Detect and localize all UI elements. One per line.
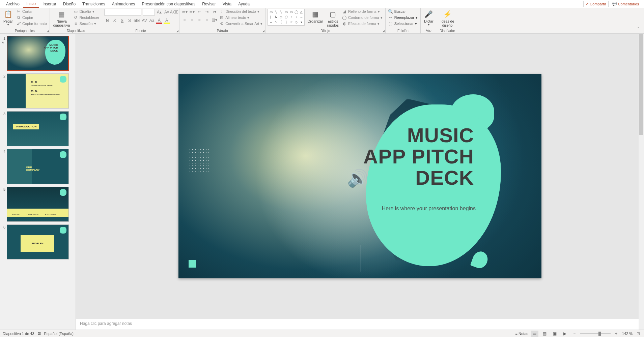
arrange-button[interactable]: ▦Organizar: [306, 9, 324, 24]
zoom-level[interactable]: 142 %: [622, 332, 633, 336]
shape-icon[interactable]: ▭: [269, 10, 273, 14]
slide-thumbnail-3[interactable]: INTRODUCTION: [7, 111, 69, 146]
slide-thumbnail-2[interactable]: 01 02PROBLEM & SOLUTION PRODUCT03 04MARK…: [7, 73, 69, 109]
italic-button[interactable]: K: [112, 18, 118, 24]
shape-icon[interactable]: ◯: [294, 10, 299, 14]
increase-font-icon[interactable]: A▴: [156, 9, 162, 15]
reset-button[interactable]: ↺Restablecer: [73, 15, 100, 20]
align-justify-button[interactable]: ≡: [204, 17, 210, 23]
numbering-button[interactable]: ≣▾: [189, 9, 195, 15]
strike-button[interactable]: abc: [134, 18, 140, 24]
align-center-button[interactable]: ≡: [189, 17, 195, 23]
shape-icon[interactable]: ╲: [274, 10, 278, 14]
slide-canvas[interactable]: MUSICAPP PITCHDECK Here is where your pr…: [178, 74, 541, 278]
normal-view-button[interactable]: ▭: [531, 331, 538, 337]
shape-icon[interactable]: ↳: [274, 15, 278, 20]
font-size-combo[interactable]: [143, 9, 155, 16]
align-left-button[interactable]: ≡: [181, 17, 188, 23]
shape-icon[interactable]: ╲: [279, 10, 283, 14]
slide-canvas-area[interactable]: MUSICAPP PITCHDECK Here is where your pr…: [76, 34, 644, 319]
reading-view-button[interactable]: ▣: [551, 331, 559, 337]
shape-icon[interactable]: ▭: [289, 10, 293, 14]
zoom-slider[interactable]: [580, 333, 611, 334]
bullets-button[interactable]: ≔▾: [181, 9, 188, 15]
design-ideas-button[interactable]: ⚡Ideas de diseño: [439, 9, 455, 28]
section-button[interactable]: ≡Sección ▾: [73, 21, 100, 26]
case-button[interactable]: Aa: [149, 18, 155, 24]
language-indicator[interactable]: Español (España): [44, 332, 74, 336]
launcher-icon[interactable]: ◢: [176, 29, 178, 33]
slide-title[interactable]: MUSICAPP PITCHDECK: [363, 125, 474, 188]
tab-animaciones[interactable]: Animaciones: [109, 1, 139, 7]
copy-button[interactable]: ⧉Copiar: [16, 15, 48, 20]
notes-pane[interactable]: Haga clic para agregar notas: [76, 319, 644, 330]
thumbnail-panel[interactable]: 1★ MUSICAPP PITCHDECK 2 01 02PROBLEM & S…: [0, 34, 76, 330]
shape-icon[interactable]: ◇: [294, 20, 299, 25]
tab-vista[interactable]: Vista: [219, 1, 235, 7]
find-button[interactable]: 🔍Buscar: [388, 9, 418, 14]
shape-gallery[interactable]: ▭╲╲▭▭◯△ ⌊↳◇⬠↑↓→ ⌢∿{}☆◇▾: [268, 9, 305, 26]
new-slide-button[interactable]: ▦ Nueva diapositiva: [52, 9, 72, 28]
smartart-button[interactable]: ⟲Convertir a SmartArt ▾: [219, 21, 263, 26]
line-spacing-button[interactable]: ↕▾: [211, 9, 217, 15]
slide-thumbnail-4[interactable]: OURCOMPANY: [7, 149, 69, 184]
shape-icon[interactable]: △: [299, 10, 304, 14]
shape-icon[interactable]: ↓: [294, 15, 299, 20]
fit-window-button[interactable]: ⊡: [635, 331, 641, 337]
launcher-icon[interactable]: ◢: [47, 29, 49, 33]
zoom-out-button[interactable]: −: [571, 331, 578, 337]
sorter-view-button[interactable]: ▦: [541, 331, 549, 337]
share-button[interactable]: ↗Compartir: [583, 1, 608, 7]
shape-fill-button[interactable]: ◢Relleno de forma ▾: [341, 9, 383, 14]
audio-icon[interactable]: 🔊: [347, 168, 368, 188]
slideshow-view-button[interactable]: ▶: [561, 331, 569, 337]
char-spacing-button[interactable]: AV: [141, 18, 147, 24]
shape-effects-button[interactable]: ◐Efectos de forma ▾: [341, 21, 383, 26]
launcher-icon[interactable]: ◢: [262, 29, 264, 33]
highlight-button[interactable]: A: [164, 18, 170, 24]
indent-inc-button[interactable]: ⇥: [204, 9, 210, 15]
shape-icon[interactable]: ☆: [289, 20, 293, 25]
shape-outline-button[interactable]: ◯Contorno de forma ▾: [341, 15, 383, 20]
shape-icon[interactable]: ⌢: [269, 20, 273, 25]
zoom-in-button[interactable]: +: [613, 331, 619, 337]
shape-icon[interactable]: ⌊: [269, 15, 273, 20]
tab-revisar[interactable]: Revisar: [199, 1, 219, 7]
shape-icon[interactable]: {: [279, 20, 283, 25]
slide-thumbnail-5[interactable]: JENNA DOEJOHN PATTERSONALEXA LAWLESS: [7, 187, 69, 222]
paste-button[interactable]: 📋 Pegar▾: [2, 9, 14, 27]
tab-insertar[interactable]: Insertar: [39, 1, 60, 7]
layout-button[interactable]: ▭Diseño ▾: [73, 9, 100, 14]
tab-diseno[interactable]: Diseño: [60, 1, 79, 7]
notes-toggle[interactable]: ≡ Notas: [515, 332, 528, 336]
cut-button[interactable]: ✂Cortar: [16, 9, 48, 14]
shape-icon[interactable]: }: [284, 20, 288, 25]
accessibility-icon[interactable]: ⊡: [38, 331, 41, 336]
shape-icon[interactable]: ◇: [279, 15, 283, 20]
tab-ayuda[interactable]: Ayuda: [235, 1, 253, 7]
shape-icon[interactable]: ⬠: [284, 15, 288, 20]
scrollbar-thumb[interactable]: [639, 34, 643, 135]
clear-format-icon[interactable]: A⌫: [171, 9, 177, 15]
tab-transiciones[interactable]: Transiciones: [79, 1, 109, 7]
replace-button[interactable]: ↔Reemplazar ▾: [388, 15, 418, 20]
shape-icon[interactable]: ↑: [289, 15, 293, 20]
vertical-scrollbar[interactable]: [639, 34, 644, 330]
align-right-button[interactable]: ≡: [196, 17, 202, 23]
slide-thumbnail-6[interactable]: PROBLEM: [7, 224, 69, 259]
text-direction-button[interactable]: ↕Dirección del texto ▾: [219, 9, 263, 14]
tab-presentacion[interactable]: Presentación con diapositivas: [138, 1, 199, 7]
zoom-slider-thumb[interactable]: [598, 332, 601, 336]
shape-icon[interactable]: ▾: [299, 20, 304, 25]
shape-icon[interactable]: ▭: [284, 10, 288, 14]
shadow-button[interactable]: S: [127, 18, 133, 24]
launcher-icon[interactable]: ◢: [382, 29, 385, 33]
indent-dec-button[interactable]: ⇤: [196, 9, 202, 15]
font-family-combo[interactable]: [104, 9, 141, 16]
align-text-button[interactable]: ⊟Alinear texto ▾: [219, 15, 263, 20]
collapse-ribbon-button[interactable]: ˄: [635, 26, 641, 32]
underline-button[interactable]: S: [119, 18, 125, 24]
select-button[interactable]: ⬚Seleccionar ▾: [388, 21, 418, 26]
font-color-button[interactable]: A: [156, 18, 162, 24]
tab-archivo[interactable]: Archivo: [3, 1, 23, 7]
